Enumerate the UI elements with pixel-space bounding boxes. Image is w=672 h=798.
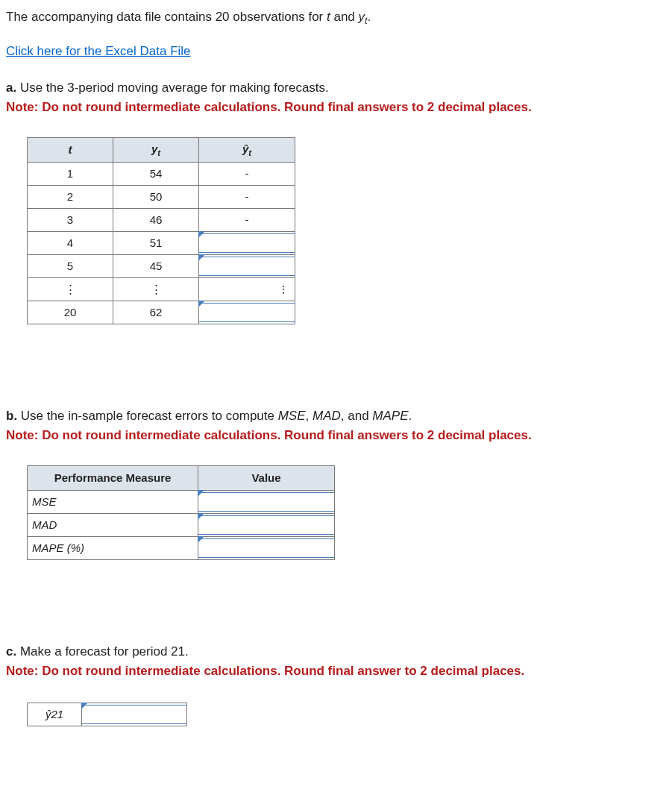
cell-yhat: - [199, 209, 295, 232]
cell-yt: 50 [113, 186, 199, 209]
yhat-input-5[interactable] [199, 257, 295, 276]
cell-t: 20 [28, 301, 113, 324]
yhat-input-4[interactable] [199, 233, 295, 253]
header-yhat: ŷt [199, 138, 295, 163]
input-marker-icon [198, 536, 204, 543]
table-row: ŷ21 [28, 703, 187, 726]
header-value: Value [198, 466, 335, 491]
table-row: MAPE (%) [28, 537, 335, 560]
cell-t: 2 [28, 186, 113, 209]
cell-measure-label: MAPE (%) [28, 537, 198, 560]
forecast-y21-input[interactable] [82, 705, 186, 724]
cell-t-vdot: ⋮ [28, 278, 113, 301]
table-row: 1 54 - [28, 163, 295, 186]
cell-measure-label: MAD [28, 514, 198, 537]
header-t: t [28, 138, 113, 163]
part-a-note: Note: Do not round intermediate calculat… [6, 100, 532, 114]
cell-t: 5 [28, 255, 113, 278]
cell-yt: 62 [113, 301, 199, 324]
cell-yhat: - [199, 163, 295, 186]
input-marker-icon [198, 231, 205, 238]
part-b-prompt: b. Use the in-sample forecast errors to … [6, 406, 666, 444]
mape-input[interactable] [198, 538, 334, 558]
table-c: ŷ21 [27, 703, 187, 726]
part-c-prompt: c. Make a forecast for period 21. Note: … [6, 642, 666, 680]
cell-yt: 46 [113, 209, 199, 232]
table-row: MAD [28, 514, 335, 537]
table-a: t yt ŷt 1 54 - 2 50 - 3 46 - 4 51 [27, 137, 295, 324]
mad-input[interactable] [198, 515, 334, 535]
part-c-note: Note: Do not round intermediate calculat… [6, 664, 524, 678]
cell-value-input [198, 537, 335, 560]
part-a-prompt: a. Use the 3-period moving average for m… [6, 78, 666, 116]
header-yt: yt [113, 138, 199, 163]
table-row: 5 45 [28, 255, 295, 278]
input-marker-icon [198, 513, 204, 520]
cell-value-input [198, 491, 335, 514]
table-row: MSE [28, 491, 335, 514]
part-b-note: Note: Do not round intermediate calculat… [6, 428, 532, 442]
section-b: b. Use the in-sample forecast errors to … [6, 406, 666, 560]
cell-yt: 45 [113, 255, 199, 278]
section-a: a. Use the 3-period moving average for m… [6, 78, 666, 324]
cell-yhat: - [199, 186, 295, 209]
input-marker-icon [198, 490, 204, 497]
table-b: Performance Measure Value MSE MAD MAPE (… [27, 465, 335, 560]
cell-yhat-input [199, 301, 295, 324]
yhat-input-20[interactable] [199, 303, 295, 322]
table-row: 4 51 [28, 232, 295, 255]
table-row: ⋮ ⋮ ⋮ [28, 278, 295, 301]
cell-t: 1 [28, 163, 113, 186]
input-marker-icon [198, 301, 205, 307]
input-marker-icon [81, 703, 88, 709]
cell-yt: 51 [113, 232, 199, 255]
cell-yt-vdot: ⋮ [113, 278, 199, 301]
cell-measure-label: MSE [28, 491, 198, 514]
excel-data-link[interactable]: Click here for the Excel Data File [6, 42, 191, 61]
cell-yhat-input [199, 232, 295, 255]
cell-t: 4 [28, 232, 113, 255]
cell-yhat-input [199, 255, 295, 278]
cell-yhat-vdot: ⋮ [199, 278, 295, 301]
cell-value-input [198, 514, 335, 537]
forecast-label: ŷ21 [28, 703, 82, 726]
table-row: 2 50 - [28, 186, 295, 209]
cell-yt: 54 [113, 163, 199, 186]
intro-text: The accompanying data file contains 20 o… [6, 7, 666, 28]
section-c: c. Make a forecast for period 21. Note: … [6, 642, 666, 726]
input-marker-icon [198, 254, 205, 261]
table-row: 3 46 - [28, 209, 295, 232]
forecast-input-cell [82, 703, 187, 726]
mse-input[interactable] [198, 492, 334, 512]
cell-t: 3 [28, 209, 113, 232]
table-row: 20 62 [28, 301, 295, 324]
header-performance-measure: Performance Measure [28, 466, 198, 491]
